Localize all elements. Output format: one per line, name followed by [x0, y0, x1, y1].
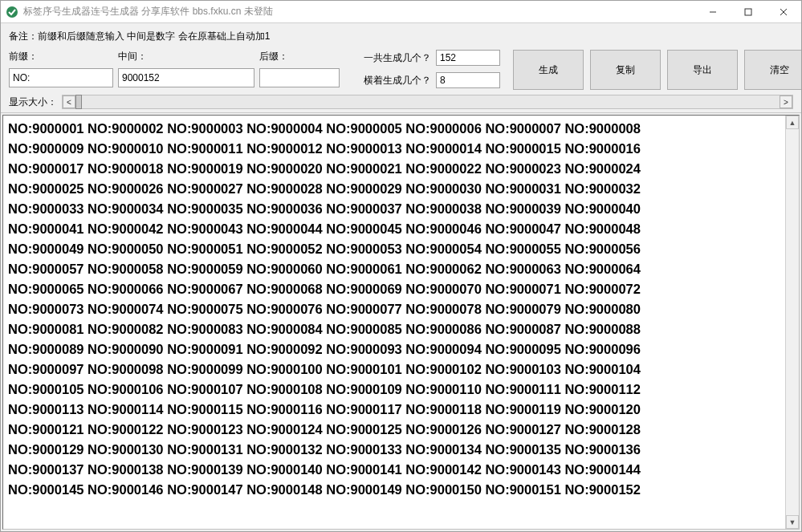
display-size-label: 显示大小：	[9, 95, 57, 109]
action-buttons: 生成 复制 导出 清空	[513, 50, 802, 90]
generate-button[interactable]: 生成	[513, 50, 584, 90]
prefix-label: 前缀：	[9, 50, 113, 63]
suffix-label: 后缀：	[259, 50, 340, 63]
suffix-group: 后缀：	[259, 50, 340, 87]
total-input[interactable]	[436, 50, 500, 66]
slider-right-arrow[interactable]: >	[780, 95, 792, 108]
title-bar: 标签序号生成器连号生成器 分享库软件 bbs.fxku.cn 未登陆	[1, 1, 801, 23]
note-text: 备注：前缀和后缀随意输入 中间是数字 会在原基础上自动加1	[9, 30, 793, 43]
scroll-track[interactable]	[786, 129, 799, 515]
window-title: 标签序号生成器连号生成器 分享库软件 bbs.fxku.cn 未登陆	[23, 5, 695, 18]
slider-left-arrow[interactable]: <	[63, 95, 75, 108]
slider-track[interactable]	[75, 95, 780, 108]
display-size-slider[interactable]: < >	[62, 95, 793, 109]
count-group: 一共生成几个？ 横着生成几个？	[359, 50, 500, 88]
export-button[interactable]: 导出	[667, 50, 738, 90]
minimize-button[interactable]	[695, 1, 731, 22]
scroll-up-button[interactable]: ▲	[786, 116, 799, 129]
close-button[interactable]	[766, 1, 801, 22]
output-area-wrap: NO:9000001 NO:9000002 NO:9000003 NO:9000…	[2, 115, 800, 530]
input-row: 前缀： 中间： 后缀： 一共生成几个？ 横着生成几个？ 生成 复制 导出 清空	[9, 50, 793, 90]
slider-thumb[interactable]	[75, 95, 82, 109]
svg-point-0	[6, 6, 18, 18]
app-icon	[6, 6, 18, 18]
copy-button[interactable]: 复制	[590, 50, 661, 90]
maximize-button[interactable]	[731, 1, 766, 22]
vertical-scrollbar[interactable]: ▲ ▼	[785, 116, 799, 529]
prefix-group: 前缀：	[9, 50, 113, 87]
prefix-input[interactable]	[9, 68, 113, 87]
output-area[interactable]: NO:9000001 NO:9000002 NO:9000003 NO:9000…	[3, 116, 785, 529]
svg-rect-2	[745, 9, 751, 15]
middle-group: 中间：	[118, 50, 254, 87]
total-label: 一共生成几个？	[359, 51, 431, 65]
middle-label: 中间：	[118, 50, 254, 63]
scroll-down-button[interactable]: ▼	[786, 515, 799, 529]
per-row-input[interactable]	[436, 72, 500, 88]
per-row-label: 横着生成几个？	[359, 74, 431, 87]
window-controls	[695, 1, 801, 22]
display-size-row: 显示大小： < >	[9, 95, 793, 109]
middle-input[interactable]	[118, 68, 254, 87]
suffix-input[interactable]	[259, 68, 340, 87]
clear-button[interactable]: 清空	[744, 50, 802, 90]
control-panel: 备注：前缀和后缀随意输入 中间是数字 会在原基础上自动加1 前缀： 中间： 后缀…	[1, 23, 801, 113]
